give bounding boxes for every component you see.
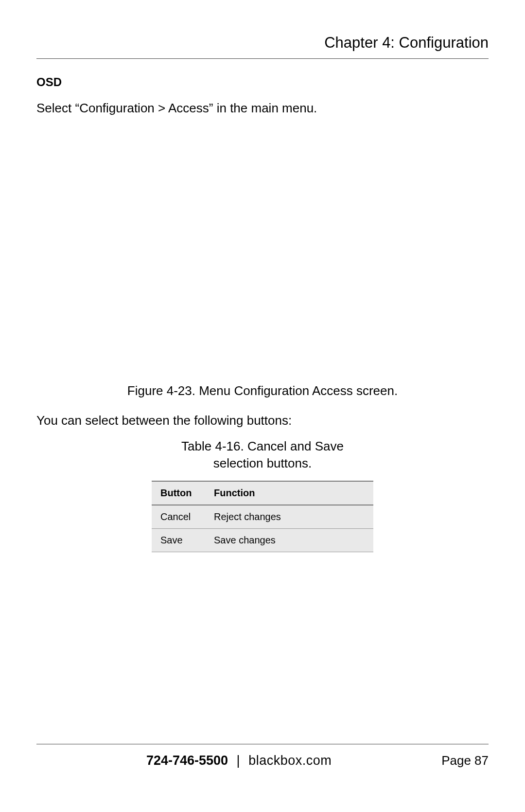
buttons-table: Button Function Cancel Reject changes Sa… (152, 481, 373, 552)
footer-contact: 724-746-5500 | blackbox.com (36, 753, 441, 768)
figure-placeholder (36, 126, 489, 383)
table-header-row: Button Function (152, 481, 373, 505)
instruction-text: Select “Configuration > Access” in the m… (36, 100, 489, 117)
chapter-title: Chapter 4: Configuration (36, 34, 489, 59)
table-caption: Table 4-16. Cancel and Save selection bu… (165, 438, 360, 472)
footer-separator: | (237, 753, 240, 768)
table-cell-button: Save (152, 529, 205, 552)
table-row: Cancel Reject changes (152, 505, 373, 529)
figure-caption: Figure 4-23. Menu Configuration Access s… (36, 383, 489, 398)
post-figure-text: You can select between the following but… (36, 412, 489, 429)
page-number: Page 87 (441, 753, 489, 768)
section-heading-osd: OSD (36, 75, 489, 89)
table-cell-button: Cancel (152, 505, 205, 529)
table-header-function: Function (205, 481, 373, 505)
table-header-button: Button (152, 481, 205, 505)
table-row: Save Save changes (152, 529, 373, 552)
footer-website: blackbox.com (248, 753, 332, 768)
table-cell-function: Save changes (205, 529, 373, 552)
document-page: Chapter 4: Configuration OSD Select “Con… (0, 0, 525, 812)
table-cell-function: Reject changes (205, 505, 373, 529)
footer-phone: 724-746-5500 (146, 753, 228, 768)
page-footer: 724-746-5500 | blackbox.com Page 87 (36, 744, 489, 768)
